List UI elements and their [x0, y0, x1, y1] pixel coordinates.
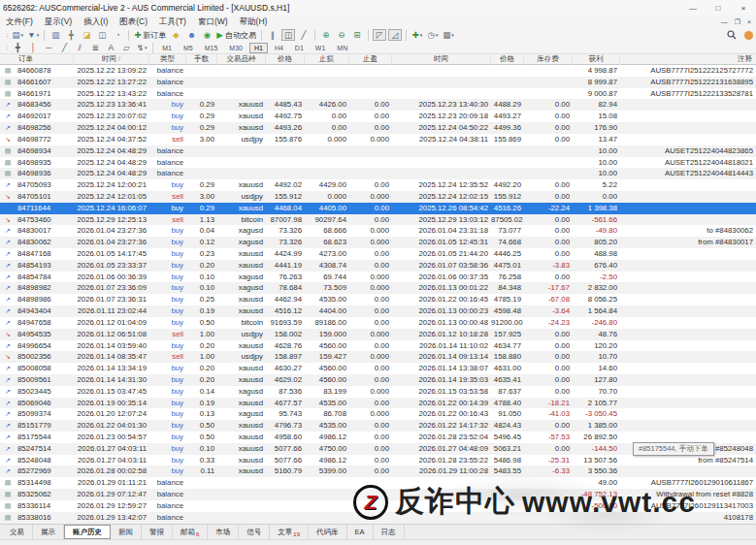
table-row[interactable]: ↗849966542026.01.14 03:59:40buy0.20xauus…	[0, 340, 756, 352]
menu-item-tools[interactable]: 工具(T)	[153, 16, 192, 28]
tab-exposure[interactable]: 展示	[33, 525, 64, 539]
new-chart-button[interactable]: ▤▾	[11, 29, 24, 41]
tab-news[interactable]: 新闻	[111, 525, 142, 539]
column-header-3[interactable]: 手数	[186, 54, 217, 65]
table-row[interactable]: ↗846834562025.12.23 13:36:41buy0.29xauus…	[0, 99, 756, 111]
timeframe-mn-button[interactable]: MN	[332, 43, 352, 53]
table-row[interactable]: ▤846989342025.12.24 04:48:29balance10.00…	[0, 145, 756, 157]
profiles-button[interactable]: ▼▾	[26, 29, 40, 41]
community-status-icon[interactable]	[744, 31, 753, 40]
column-header-5[interactable]: 价格	[266, 54, 305, 65]
table-row[interactable]: ↗852729692026.01.28 00:02:58buy0.11xauus…	[0, 465, 756, 477]
table-row[interactable]: ↗848989822026.01.07 23:36:09buy0.10xagus…	[0, 282, 756, 294]
column-header-1[interactable]: 时间/	[74, 54, 149, 65]
table-row[interactable]: ↗848471682026.01.05 14:17:45buy0.23xauus…	[0, 248, 756, 260]
timeframe-h1-button[interactable]: H1	[249, 43, 268, 53]
table-row[interactable]: ▤846619712025.12.22 13:43:22balance9 000…	[0, 88, 756, 100]
menu-item-charts[interactable]: 图表(C)	[114, 16, 153, 28]
community-button[interactable]: ☻	[184, 29, 198, 41]
table-row[interactable]: ↗846982562025.12.24 04:00:12buy0.29xauus…	[0, 122, 756, 134]
text-button[interactable]: A	[104, 42, 117, 53]
mdi-restore-icon[interactable]: ❐	[735, 18, 740, 26]
toolbox-button[interactable]: ◫	[95, 29, 109, 41]
table-row[interactable]: ▤846608782025.12.22 13:09:22balance4 998…	[0, 65, 756, 77]
trendline-button[interactable]: ╱	[57, 42, 71, 53]
zoom-out-button[interactable]: ⊖	[335, 29, 348, 41]
periods-button[interactable]: ◷▾	[426, 29, 440, 41]
maximize-icon[interactable]: □	[706, 0, 731, 16]
column-header-6[interactable]: 止损	[305, 54, 349, 65]
horizontal-line-button[interactable]: ─	[42, 42, 55, 53]
timeframe-m15-button[interactable]: M15	[200, 43, 223, 53]
tab-journal[interactable]: 日志	[374, 525, 405, 539]
column-header-8[interactable]: 时间	[392, 54, 491, 65]
table-row[interactable]: ↘850023562026.01.14 08:35:47sell1.00usdj…	[0, 351, 756, 363]
column-header-4[interactable]: 交易品种	[217, 54, 266, 65]
column-header-2[interactable]: 类型	[149, 54, 186, 65]
tab-articles[interactable]: 文章19	[270, 525, 309, 539]
table-row[interactable]: ↗847050932025.12.24 12:00:21buy0.29xauus…	[0, 179, 756, 191]
menu-item-window[interactable]: 窗口(W)	[192, 16, 234, 28]
table-row[interactable]: ↗848300172026.01.04 23:27:36buy0.04xagus…	[0, 225, 756, 237]
templates-button[interactable]: ▦▾	[442, 29, 455, 41]
candles-chart-button[interactable]: ◫	[281, 29, 295, 41]
tile-windows-button[interactable]: ⊞	[350, 29, 364, 41]
web-button[interactable]: ◉	[200, 29, 214, 41]
table-row[interactable]: ↗851517792026.01.22 04:01:30buy0.50xauus…	[0, 420, 756, 432]
navigator-button[interactable]: ◪	[80, 29, 93, 41]
table-row[interactable]: ↗848989862026.01.07 23:36:31buy0.25xauus…	[0, 294, 756, 305]
data-window-button[interactable]: ╋	[64, 29, 78, 41]
close-icon[interactable]: ×	[731, 0, 756, 16]
table-row[interactable]: ↗850095612026.01.14 14:31:30buy0.20xauus…	[0, 374, 756, 386]
channel-button[interactable]: ⫽	[73, 42, 86, 53]
menu-item-insert[interactable]: 插入(I)	[78, 16, 114, 28]
menu-item-help[interactable]: 帮助(H)	[234, 16, 274, 28]
table-row[interactable]: ▤846989362025.12.24 04:48:29balance10.00…	[0, 168, 756, 179]
fibonacci-button[interactable]: ≣	[88, 42, 102, 53]
tab-code-base[interactable]: 代码库	[309, 525, 347, 539]
table-row[interactable]: ↗849476582026.01.12 01:04:09buy0.50bitco…	[0, 317, 756, 329]
table-row[interactable]: ↗848541932026.01.05 23:33:37buy0.20xauus…	[0, 260, 756, 272]
tab-trade[interactable]: 交易	[2, 525, 33, 539]
table-row[interactable]: ↘847534602025.12.29 12:25:13sell1.13bitc…	[0, 214, 756, 226]
tester-button[interactable]: ◔	[111, 29, 124, 41]
mql5-button[interactable]: ◆	[169, 29, 182, 41]
tab-market[interactable]: 市场	[208, 525, 239, 539]
table-row[interactable]: ↗848300622026.01.04 23:27:36buy0.12xagus…	[0, 237, 756, 248]
timeframe-d1-button[interactable]: D1	[290, 43, 309, 53]
search-button[interactable]	[725, 29, 739, 41]
arrange-b-button[interactable]: ◿	[388, 29, 402, 41]
mdi-close-icon[interactable]: ×	[747, 18, 751, 26]
table-row[interactable]: ↗850993742026.01.20 12:07:24buy0.13xagus…	[0, 408, 756, 420]
arrange-a-button[interactable]: ◸	[373, 29, 386, 41]
column-header-10[interactable]: 库存费	[524, 54, 573, 65]
column-header-9[interactable]: 价格	[491, 54, 524, 65]
column-header-0[interactable]: 订单	[16, 54, 74, 65]
menu-item-file[interactable]: 文件(F)	[0, 16, 39, 28]
table-row[interactable]: ↗850080582026.01.14 13:34:19buy0.20xauus…	[0, 363, 756, 374]
new-order-button[interactable]: ✚新订单	[133, 29, 167, 41]
column-header-12[interactable]: 注释	[620, 54, 756, 65]
autotrading-button[interactable]: ▶自动交易	[215, 29, 257, 41]
table-row[interactable]: ▤846989352025.12.24 04:48:29balance10.00…	[0, 157, 756, 169]
timeframe-w1-button[interactable]: W1	[311, 43, 331, 53]
market-watch-button[interactable]: ▥	[49, 29, 62, 41]
table-row[interactable]: ↗848547842026.01.06 00:36:39buy0.10xagus…	[0, 272, 756, 283]
arrows-button[interactable]: ▱	[119, 42, 133, 53]
table-row[interactable]: ↘847051012025.12.24 12:01:05sell3.00usdj…	[0, 191, 756, 203]
tab-alerts[interactable]: 警报	[142, 525, 173, 539]
table-row[interactable]: ↗847116442025.12.24 16:06:07buy0.29xauus…	[0, 203, 756, 214]
timeframe-m30-button[interactable]: M30	[224, 43, 247, 53]
bars-chart-button[interactable]: ∥	[266, 29, 279, 41]
timeframe-m1-button[interactable]: M1	[157, 43, 177, 53]
table-row[interactable]: ↗846920172025.12.23 20:07:02buy0.29xauus…	[0, 111, 756, 122]
table-row[interactable]: ↗852480482026.01.27 04:03:11buy0.33xauus…	[0, 455, 756, 466]
indicators-button[interactable]: ✚▾	[411, 29, 424, 41]
mdi-minimize-icon[interactable]: —	[721, 18, 728, 26]
vertical-line-button[interactable]: │	[26, 42, 40, 53]
tab-signals[interactable]: 信号	[239, 525, 270, 539]
column-header-11[interactable]: 获利	[573, 54, 620, 65]
table-row[interactable]: ↘849545352026.01.12 06:51:08sell1.00usdj…	[0, 329, 756, 340]
table-row[interactable]: ↗849434042026.01.11 23:02:44buy0.19xauus…	[0, 305, 756, 317]
tab-mailbox[interactable]: 邮箱6	[173, 525, 208, 539]
